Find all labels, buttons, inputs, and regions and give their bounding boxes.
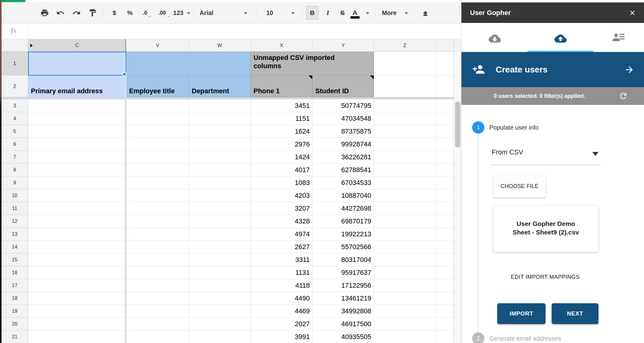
cell-W4[interactable] — [189, 112, 251, 125]
cell-V5[interactable] — [126, 125, 189, 138]
cell-X4[interactable]: 1151 — [251, 112, 313, 125]
cell-Z9[interactable] — [374, 176, 436, 189]
row-header-5[interactable]: 5 — [2, 125, 28, 138]
format-percent-button[interactable]: % — [124, 6, 136, 19]
cell-C19[interactable] — [28, 305, 126, 318]
row-header-12[interactable]: 12 — [2, 215, 28, 228]
cell-W20[interactable] — [189, 318, 251, 330]
cell-X5[interactable]: 1624 — [251, 125, 313, 138]
cell-W10[interactable] — [189, 189, 251, 202]
cell-W16[interactable] — [189, 266, 251, 279]
cell-Z16[interactable] — [374, 266, 436, 279]
cell-X1-Y1-merged[interactable]: Unmapped CSV imported columns — [251, 52, 374, 76]
cell-W7[interactable] — [189, 151, 251, 164]
cell-Y12[interactable]: 69870179 — [313, 215, 374, 228]
cell-X8[interactable]: 4017 — [251, 164, 313, 176]
cell-C21[interactable] — [28, 330, 126, 343]
next-button[interactable]: NEXT — [552, 303, 598, 324]
more-button[interactable]: More — [382, 6, 402, 19]
cell-stub13[interactable] — [436, 228, 454, 241]
cell-Z14[interactable] — [374, 241, 436, 253]
cell-X15[interactable]: 3311 — [251, 253, 313, 266]
cell-Z10[interactable] — [374, 189, 436, 202]
italic-button[interactable]: I — [322, 6, 333, 19]
cell-C15[interactable] — [28, 253, 126, 266]
cell-after-Z1[interactable] — [436, 52, 454, 76]
cell-C6[interactable] — [28, 138, 126, 151]
cell-Z13[interactable] — [374, 228, 436, 241]
cell-Z1[interactable] — [374, 52, 436, 76]
cell-V6[interactable] — [126, 138, 189, 151]
cell-stub12[interactable] — [436, 215, 454, 228]
undo-icon[interactable] — [56, 9, 65, 17]
cell-W2[interactable]: Department — [189, 76, 251, 97]
row-header-18[interactable]: 18 — [2, 292, 28, 305]
cell-V13[interactable] — [126, 228, 189, 241]
cell-Y20[interactable]: 46917500 — [313, 318, 374, 330]
cell-Y16[interactable]: 95917637 — [313, 266, 374, 279]
strikethrough-button[interactable]: S — [337, 6, 348, 19]
cell-stub16[interactable] — [436, 266, 454, 279]
cell-W15[interactable] — [189, 253, 251, 266]
print-icon[interactable] — [40, 9, 49, 17]
cell-Z19[interactable] — [374, 305, 436, 318]
formula-bar[interactable]: fx — [0, 24, 461, 39]
cell-C13[interactable] — [28, 228, 126, 241]
cell-Z21[interactable] — [374, 330, 436, 343]
cell-Z2[interactable] — [374, 76, 436, 97]
row-header-4[interactable]: 4 — [2, 112, 28, 125]
cell-Y8[interactable]: 62788541 — [313, 164, 374, 176]
cell-Z11[interactable] — [374, 202, 436, 215]
cell-W14[interactable] — [189, 241, 251, 253]
row-header-16[interactable]: 16 — [2, 266, 28, 279]
cell-V2[interactable]: Employee title — [126, 76, 189, 97]
cell-C2[interactable]: Primary email address — [28, 76, 126, 97]
cell-C20[interactable] — [28, 318, 126, 330]
dropdown-caret-icon[interactable] — [592, 152, 598, 156]
cell-W5[interactable] — [189, 125, 251, 138]
fill-handle[interactable] — [123, 72, 126, 76]
cell-Y7[interactable]: 36226281 — [313, 151, 374, 164]
cell-V15[interactable] — [126, 253, 189, 266]
format-currency-button[interactable]: $ — [108, 6, 121, 19]
tab-download-users[interactable] — [487, 32, 502, 45]
more-formats-button[interactable]: 123 — [171, 6, 186, 19]
cell-C7[interactable] — [28, 151, 126, 164]
cell-Z8[interactable] — [374, 164, 436, 176]
cell-C16[interactable] — [28, 266, 126, 279]
cell-X2[interactable]: Phone 1 — [251, 76, 313, 97]
cell-Z7[interactable] — [374, 151, 436, 164]
column-header-X[interactable]: X — [251, 39, 313, 52]
row-header-17[interactable]: 17 — [2, 279, 28, 292]
cell-X3[interactable]: 3451 — [251, 99, 313, 112]
font-size-select[interactable]: 10 — [266, 6, 281, 19]
row-header-19[interactable]: 19 — [2, 305, 28, 318]
cell-Y17[interactable]: 17122956 — [313, 279, 374, 292]
cell-stub20[interactable] — [436, 318, 454, 330]
cell-Z4[interactable] — [374, 112, 436, 125]
row-header-21[interactable]: 21 — [2, 330, 28, 343]
column-header-Z[interactable]: Z — [374, 39, 436, 52]
redo-icon[interactable] — [72, 9, 81, 17]
cell-stub7[interactable] — [436, 151, 454, 164]
row-header-11[interactable]: 11 — [2, 202, 28, 215]
cell-C5[interactable] — [28, 125, 126, 138]
cell-X17[interactable]: 4118 — [251, 279, 313, 292]
collapse-toolbar-icon[interactable] — [421, 9, 430, 17]
close-icon[interactable] — [628, 9, 636, 17]
row-header-10[interactable]: 10 — [2, 189, 28, 202]
cell-Y9[interactable]: 67034533 — [313, 176, 374, 189]
cell-Y19[interactable]: 34992808 — [313, 305, 374, 318]
column-header-V[interactable]: V — [126, 39, 189, 52]
cell-C11[interactable] — [28, 202, 126, 215]
cell-W21[interactable] — [189, 330, 251, 343]
column-header-C[interactable]: C — [28, 39, 126, 52]
bold-button[interactable]: B — [306, 6, 319, 19]
cell-C9[interactable] — [28, 176, 126, 189]
cell-stub15[interactable] — [436, 253, 454, 266]
cell-X11[interactable]: 3207 — [251, 202, 313, 215]
cell-stub5[interactable] — [436, 125, 454, 138]
cell-stub17[interactable] — [436, 279, 454, 292]
tab-upload-users-active[interactable] — [553, 32, 568, 45]
row-header-14[interactable]: 14 — [2, 241, 28, 253]
